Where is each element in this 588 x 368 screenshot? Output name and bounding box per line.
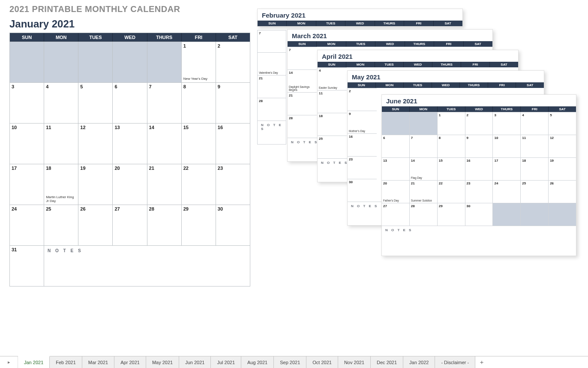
mini-cell[interactable]: 21 (288, 92, 317, 115)
day-cell[interactable]: 22 (182, 164, 216, 205)
mini-cell[interactable] (410, 112, 438, 135)
day-cell[interactable] (44, 42, 78, 82)
mini-cell[interactable]: 18 (521, 157, 549, 180)
mini-cell[interactable]: 21Summer Solstice (410, 180, 438, 203)
mini-cell[interactable]: 2 (465, 112, 493, 135)
day-cell[interactable]: 9 (216, 82, 250, 123)
day-cell[interactable]: 29 (182, 205, 216, 245)
mini-cell[interactable]: 7 (288, 47, 317, 69)
sheet-tab[interactable]: Apr 2021 (114, 356, 146, 368)
mini-cell[interactable]: 5 (549, 112, 576, 135)
sheet-tab[interactable]: Jun 2021 (179, 356, 211, 368)
day-cell[interactable]: 14 (147, 123, 182, 164)
sheet-tab[interactable]: Dec 2021 (371, 356, 403, 368)
day-cell[interactable]: 8 (182, 82, 216, 123)
mini-cell[interactable]: 7 (257, 30, 286, 53)
day-cell[interactable]: 23 (216, 164, 250, 205)
mini-cell[interactable]: 23 (465, 180, 493, 203)
day-cell[interactable] (147, 42, 182, 82)
mini-cell[interactable]: 2 (348, 88, 377, 111)
mini-cell[interactable]: 19 (549, 157, 576, 180)
tab-nav-prev[interactable]: ▸ (0, 356, 18, 368)
mini-cell[interactable]: 11 (318, 90, 347, 113)
sheet-tab[interactable]: Mar 2021 (82, 356, 114, 368)
mini-cell[interactable]: 3 (493, 112, 521, 135)
mini-cell[interactable] (521, 203, 549, 226)
mini-cell[interactable]: 1 (438, 112, 465, 135)
day-cell[interactable]: 25 (44, 205, 78, 245)
day-cell[interactable]: 16 (216, 123, 250, 164)
sheet-tab[interactable]: Oct 2021 (306, 356, 338, 368)
day-cell[interactable] (78, 42, 113, 82)
sheet-tab[interactable]: Feb 2021 (50, 356, 82, 368)
mini-cell[interactable]: 20Father's Day (382, 180, 410, 203)
day-cell[interactable]: 7 (147, 82, 182, 123)
mini-cell[interactable]: 29 (438, 203, 465, 226)
mini-cell[interactable]: 14Flag Day (410, 157, 438, 180)
mini-cell[interactable]: 11 (521, 135, 549, 157)
day-cell[interactable]: 27 (113, 205, 147, 245)
day-cell[interactable] (113, 42, 147, 82)
mini-cell[interactable] (549, 203, 576, 226)
sheet-tab[interactable]: - Disclaimer - (435, 356, 475, 368)
mini-cell[interactable]: 13 (382, 157, 410, 180)
sheet-tab[interactable]: Aug 2021 (241, 356, 274, 368)
day-cell[interactable]: 10 (10, 123, 44, 164)
day-cell[interactable]: 18Martin Luther King Jr Day (44, 164, 78, 205)
mini-cell[interactable]: 9 (465, 135, 493, 157)
mini-cell[interactable]: 4Easter Sunday (318, 67, 347, 90)
day-cell[interactable]: 3 (10, 82, 44, 123)
day-cell[interactable]: 1New Year's Day (182, 42, 216, 82)
mini-cell[interactable]: 28 (257, 98, 286, 121)
day-cell[interactable]: 11 (44, 123, 78, 164)
mini-cell[interactable]: 26 (549, 180, 576, 203)
day-cell[interactable]: 17 (10, 164, 44, 205)
day-cell-31[interactable]: 31 (10, 246, 44, 286)
mini-cell[interactable]: 17 (493, 157, 521, 180)
sheet-tab[interactable]: Jan 2021 (18, 356, 50, 368)
mini-cell[interactable]: 25 (521, 180, 549, 203)
mini-cell[interactable]: 25 (318, 136, 347, 158)
notes-area[interactable]: N O T E S (44, 246, 250, 286)
day-cell[interactable]: 20 (113, 164, 147, 205)
mini-cell[interactable] (382, 112, 410, 135)
sheet-tab[interactable]: Jan 2022 (403, 356, 435, 368)
mini-cell[interactable]: 7 (410, 135, 438, 157)
day-cell[interactable]: 2 (216, 42, 250, 82)
mini-cell[interactable]: 21 (257, 75, 286, 98)
mini-cell[interactable]: 27 (382, 203, 410, 226)
day-cell[interactable]: 6 (113, 82, 147, 123)
mini-cell[interactable]: Valentine's Day (257, 53, 286, 75)
mini-cell[interactable]: 18 (318, 113, 347, 136)
day-cell[interactable]: 15 (182, 123, 216, 164)
mini-cell[interactable]: 15 (438, 157, 465, 180)
day-cell[interactable]: 13 (113, 123, 147, 164)
mini-cell[interactable]: 16 (348, 133, 377, 156)
mini-cell[interactable]: 9Mother's Day (348, 111, 377, 133)
mini-cell[interactable]: 8 (438, 135, 465, 157)
day-cell[interactable]: 30 (216, 205, 250, 245)
mini-cell[interactable]: 4 (521, 112, 549, 135)
tab-add[interactable]: ＋ (475, 356, 488, 368)
mini-cell[interactable]: 30 (465, 203, 493, 226)
mini-cell[interactable]: 6 (382, 135, 410, 157)
sheet-tab[interactable]: Nov 2021 (338, 356, 371, 368)
day-cell[interactable]: 5 (78, 82, 113, 123)
day-cell[interactable]: 12 (78, 123, 113, 164)
mini-cell[interactable] (493, 203, 521, 226)
day-cell[interactable]: 19 (78, 164, 113, 205)
day-cell[interactable]: 24 (10, 205, 44, 245)
mini-cell[interactable]: 14Daylight Savings Begins (288, 69, 317, 92)
mini-cell[interactable]: 12 (549, 135, 576, 157)
day-cell[interactable]: 21 (147, 164, 182, 205)
day-cell[interactable]: 4 (44, 82, 78, 123)
day-cell[interactable] (10, 42, 44, 82)
mini-cell[interactable]: 10 (493, 135, 521, 157)
sheet-tab[interactable]: Jul 2021 (211, 356, 241, 368)
mini-cell[interactable]: 24 (493, 180, 521, 203)
day-cell[interactable]: 26 (78, 205, 113, 245)
sheet-tab[interactable]: May 2021 (146, 356, 179, 368)
mini-cell[interactable]: 28 (410, 203, 438, 226)
mini-cell[interactable]: 30 (348, 179, 377, 202)
mini-cell[interactable]: 28 (288, 115, 317, 138)
